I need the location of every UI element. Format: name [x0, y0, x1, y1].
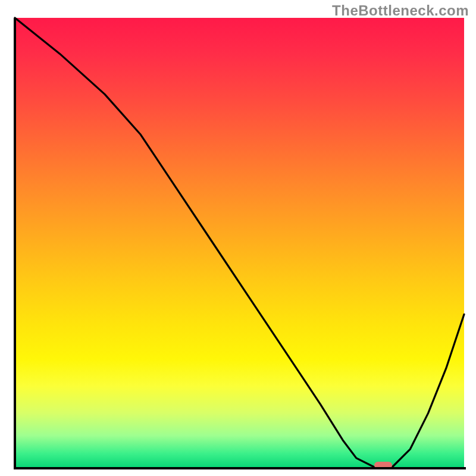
x-axis [14, 467, 466, 469]
curve-layer [15, 18, 464, 467]
y-axis [14, 18, 16, 469]
watermark-text: TheBottleneck.com [332, 2, 469, 19]
chart-canvas: TheBottleneck.com [0, 0, 476, 476]
plot-area [15, 18, 464, 467]
bottleneck-curve [15, 18, 464, 467]
